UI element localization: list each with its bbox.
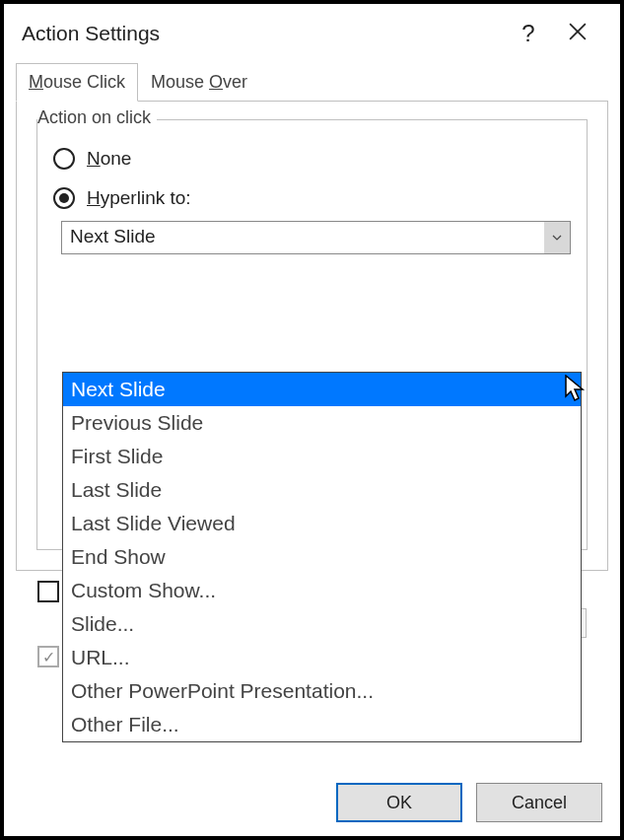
titlebar: Action Settings ?	[4, 4, 620, 63]
dropdown-item-last-slide[interactable]: Last Slide	[63, 473, 581, 507]
dropdown-item-url[interactable]: URL...	[63, 641, 581, 674]
hyperlink-dropdown[interactable]: Next Slide Previous Slide First Slide La…	[62, 372, 582, 742]
dropdown-item-previous-slide[interactable]: Previous Slide	[63, 406, 581, 440]
close-icon[interactable]	[553, 23, 602, 45]
dropdown-item-end-show[interactable]: End Show	[63, 540, 581, 574]
hyperlink-combo[interactable]: Next Slide	[61, 221, 571, 254]
dialog-title: Action Settings	[22, 22, 504, 45]
checkmark-icon: ✓	[42, 648, 55, 666]
dropdown-item-last-slide-viewed[interactable]: Last Slide Viewed	[63, 507, 581, 540]
ok-button[interactable]: OK	[336, 783, 462, 822]
checkbox-icon	[37, 581, 59, 602]
radio-icon	[53, 148, 75, 170]
checkbox-icon: ✓	[37, 646, 59, 667]
chevron-down-icon[interactable]	[544, 222, 570, 253]
dropdown-item-custom-show[interactable]: Custom Show...	[63, 574, 581, 607]
action-settings-dialog: Action Settings ? Mouse Click Mouse Over…	[4, 4, 620, 836]
tab-mouse-click[interactable]: Mouse Click	[16, 63, 138, 102]
dropdown-item-other-file[interactable]: Other File...	[63, 708, 581, 741]
dialog-buttons: OK Cancel	[336, 783, 602, 822]
dropdown-item-first-slide[interactable]: First Slide	[63, 440, 581, 473]
radio-dot-icon	[59, 193, 69, 203]
dropdown-item-next-slide[interactable]: Next Slide	[63, 373, 581, 406]
cancel-button[interactable]: Cancel	[476, 783, 602, 822]
radio-hyperlink-to[interactable]: Hyperlink to:	[53, 187, 571, 209]
radio-none[interactable]: None	[53, 148, 571, 170]
groupbox-label: Action on click	[37, 107, 157, 128]
dropdown-item-slide[interactable]: Slide...	[63, 607, 581, 641]
help-icon[interactable]: ?	[504, 20, 553, 47]
radio-icon	[53, 187, 75, 209]
tab-strip: Mouse Click Mouse Over	[16, 63, 608, 102]
tab-mouse-over[interactable]: Mouse Over	[138, 63, 260, 102]
dropdown-item-other-ppt[interactable]: Other PowerPoint Presentation...	[63, 674, 581, 708]
content-area: Mouse Click Mouse Over Action on click N…	[4, 63, 620, 836]
combo-value: Next Slide	[62, 222, 544, 253]
